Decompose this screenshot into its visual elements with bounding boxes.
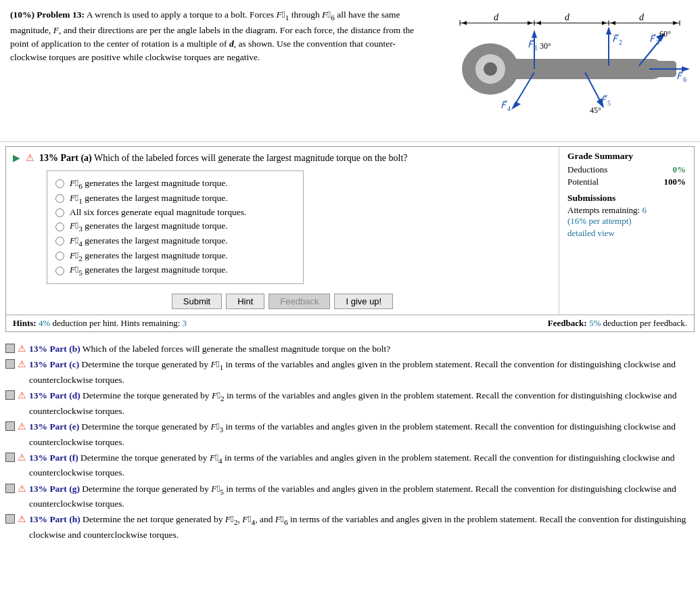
part-f-warn-icon: ⚠ [18, 451, 26, 465]
feedback-button[interactable]: Feedback [269, 294, 330, 309]
svg-rect-16 [494, 59, 663, 79]
hints-left: Hints: 4% deduction per hint. Hints rema… [13, 318, 187, 329]
svg-text:F⃗: F⃗ [612, 34, 619, 44]
option-f6[interactable]: F⃗6 generates the largest magnitude torq… [55, 178, 295, 190]
part-g-checkbox [5, 484, 15, 493]
parts-list: ⚠ 13% Part (b) Which of the labeled forc… [0, 336, 700, 548]
warning-icon: ⚠ [26, 153, 34, 163]
hints-remaining: 3 [183, 318, 187, 328]
problem-header: (10%) Problem 13: [10, 9, 85, 20]
part-c-warn-icon: ⚠ [18, 358, 26, 371]
part-e-warn-icon: ⚠ [18, 420, 26, 434]
part-b-label: 13% Part (b) [29, 344, 80, 354]
hints-pct-link[interactable]: 4% [39, 318, 50, 328]
part-d-warn-icon: ⚠ [18, 389, 26, 402]
play-icon: ▶ [13, 153, 20, 163]
radio-f3[interactable] [55, 223, 64, 231]
radio-f6[interactable] [55, 179, 64, 188]
radio-f2[interactable] [55, 252, 64, 260]
part-e-checkbox [5, 421, 15, 431]
svg-marker-11 [602, 21, 607, 25]
svg-marker-45 [682, 66, 690, 72]
option-f2[interactable]: F⃗2 generates the largest magnitude torq… [55, 250, 295, 262]
svg-text:d: d [639, 12, 645, 22]
option-all-equal-label: All six forces generate equal magnitude … [70, 207, 246, 218]
part-g-text: 13% Part (g) Determine the torque genera… [29, 482, 695, 511]
svg-text:F⃗: F⃗ [649, 34, 656, 44]
option-f4-label: F⃗4 generates the largest magnitude torq… [70, 235, 228, 248]
svg-text:1: 1 [534, 44, 538, 51]
part-f-checkbox [5, 453, 15, 462]
hints-pct: 4% [39, 318, 50, 328]
part-e-item: ⚠ 13% Part (e) Determine the torque gene… [5, 420, 695, 449]
option-f5[interactable]: F⃗5 generates the largest magnitude torq… [55, 264, 295, 277]
part-g-label: 13% Part (g) [29, 484, 80, 494]
part-a-header: ▶ ⚠ 13% Part (a) Which of the labeled fo… [6, 147, 559, 168]
part-f-label: 13% Part (f) [29, 453, 78, 463]
radio-options-list: F⃗6 generates the largest magnitude torq… [47, 170, 304, 284]
option-f3-label: F⃗3 generates the largest magnitude torq… [70, 221, 228, 233]
part-b-checkbox [5, 344, 15, 353]
potential-row: Potential 100% [567, 177, 686, 187]
potential-label: Potential [567, 177, 599, 187]
per-attempt-line: (16% per attempt) [567, 216, 686, 227]
part-a-label: 13% Part (a) [39, 153, 92, 163]
svg-text:5: 5 [607, 99, 611, 107]
feedback-pct: 5% [589, 318, 601, 328]
question-box: ▶ ⚠ 13% Part (a) Which of the labeled fo… [5, 146, 695, 332]
part-c-text: 13% Part (c) Determine the torque genera… [29, 358, 695, 387]
svg-marker-22 [532, 30, 537, 38]
svg-text:F⃗: F⃗ [601, 95, 607, 105]
svg-marker-14 [611, 21, 615, 25]
svg-text:F⃗: F⃗ [500, 100, 507, 110]
svg-text:F⃗: F⃗ [676, 71, 683, 81]
radio-f1[interactable] [55, 194, 64, 203]
submissions-title: Submissions [567, 193, 686, 204]
svg-marker-6 [462, 21, 467, 25]
attempts-line: Attempts remaining: 6 [567, 205, 686, 216]
part-h-checkbox [5, 514, 15, 524]
svg-text:d: d [494, 12, 499, 22]
part-g-item: ⚠ 13% Part (g) Determine the torque gene… [5, 482, 695, 511]
action-buttons: Submit Hint Feedback I give up! [6, 288, 559, 315]
svg-text:F⃗: F⃗ [528, 39, 534, 49]
per-attempt-link[interactable]: (16% per attempt) [567, 216, 632, 226]
part-g-warn-icon: ⚠ [18, 482, 26, 496]
submit-button[interactable]: Submit [172, 294, 222, 309]
deductions-row: Deductions 0% [567, 164, 686, 175]
hints-remaining-link[interactable]: 3 [183, 318, 187, 328]
grade-summary-title: Grade Summary [567, 151, 686, 162]
svg-text:4: 4 [507, 105, 511, 112]
option-f3[interactable]: F⃗3 generates the largest magnitude torq… [55, 221, 295, 233]
radio-f4[interactable] [55, 237, 64, 246]
part-e-text: 13% Part (e) Determine the torque genera… [29, 420, 695, 449]
part-c-item: ⚠ 13% Part (c) Determine the torque gene… [5, 358, 695, 387]
option-f1-label: F⃗1 generates the largest magnitude torq… [70, 193, 228, 205]
give-up-button[interactable]: I give up! [334, 294, 393, 309]
option-all-equal[interactable]: All six forces generate equal magnitude … [55, 207, 295, 218]
feedback-label: Feedback: [548, 318, 587, 328]
part-e-label: 13% Part (e) [29, 421, 79, 432]
feedback-text: deduction per feedback. [603, 318, 687, 328]
part-f-text: 13% Part (f) Determine the torque genera… [29, 451, 695, 480]
part-d-item: ⚠ 13% Part (d) Determine the torque gene… [5, 389, 695, 418]
radio-all-equal[interactable] [55, 208, 64, 217]
part-c-label: 13% Part (c) [29, 359, 79, 369]
svg-text:6: 6 [683, 76, 686, 83]
part-a-question: Which of the labeled forces will generat… [94, 153, 408, 163]
svg-marker-7 [528, 21, 532, 25]
svg-text:60°: 60° [659, 29, 671, 39]
option-f1[interactable]: F⃗1 generates the largest magnitude torq… [55, 193, 295, 205]
option-f6-label: F⃗6 generates the largest magnitude torq… [70, 178, 228, 190]
part-d-label: 13% Part (d) [29, 390, 80, 400]
svg-text:3: 3 [656, 39, 659, 46]
hint-button[interactable]: Hint [226, 294, 264, 309]
radio-f5[interactable] [55, 267, 64, 275]
part-d-text: 13% Part (d) Determine the torque genera… [29, 389, 695, 418]
detailed-view-link[interactable]: detailed view [567, 228, 686, 239]
potential-value: 100% [664, 177, 686, 187]
attempts-value-link[interactable]: 6 [642, 205, 647, 215]
deductions-value: 0% [673, 164, 686, 175]
option-f4[interactable]: F⃗4 generates the largest magnitude torq… [55, 235, 295, 248]
deductions-label: Deductions [567, 164, 607, 175]
